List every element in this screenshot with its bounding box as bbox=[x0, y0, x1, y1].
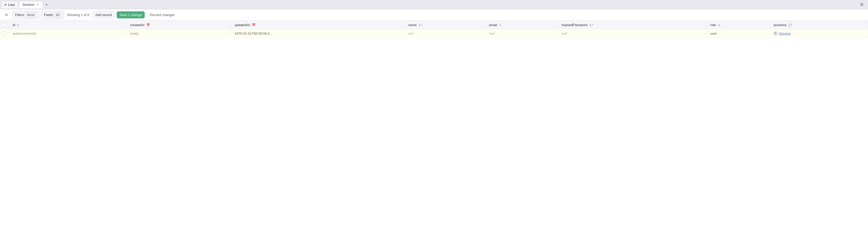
col-sessions-type: []? bbox=[788, 23, 792, 27]
showing-value: 1 of 0 bbox=[81, 13, 90, 17]
session-count: 0 bbox=[773, 31, 778, 35]
save-change-button[interactable]: Save 1 change bbox=[117, 11, 145, 19]
filters-button[interactable]: Filters None bbox=[12, 11, 39, 19]
filters-value: None bbox=[25, 12, 36, 18]
add-record-label: Add record bbox=[95, 13, 112, 17]
col-name-type: A? bbox=[419, 23, 423, 27]
data-table: id # createdAt 📅 updatedAt 📅 name A? ema… bbox=[0, 21, 868, 38]
discard-changes-button[interactable]: Discard changes bbox=[147, 11, 178, 19]
cell-createdat[interactable]: now() bbox=[127, 29, 231, 38]
col-createdat: createdAt 📅 bbox=[127, 21, 231, 29]
col-sessions-label: sessions bbox=[773, 23, 786, 27]
col-createdat-label: createdAt bbox=[130, 23, 145, 27]
showing-label-text: Showing bbox=[67, 13, 80, 17]
col-sessions: sessions []? bbox=[770, 21, 868, 29]
cell-updatedat[interactable]: 1970-01-01T00:00:00.0... bbox=[231, 29, 405, 38]
table-container: id # createdAt 📅 updatedAt 📅 name A? ema… bbox=[0, 21, 868, 238]
cell-hashedpassword[interactable]: null bbox=[558, 29, 707, 38]
filters-label: Filters bbox=[15, 13, 24, 17]
tab-session-label: Session bbox=[22, 3, 34, 6]
toolbar: ↻ Filters None Fields All Showing 1 of 0… bbox=[0, 9, 868, 21]
cell-role[interactable]: user bbox=[707, 29, 770, 38]
discard-changes-label: Discard changes bbox=[150, 13, 175, 17]
cell-hashedpassword-value: null bbox=[562, 32, 567, 35]
col-id-type: # bbox=[17, 23, 19, 27]
col-checkbox bbox=[0, 21, 9, 29]
col-name-label: name bbox=[408, 23, 417, 27]
fields-value: All bbox=[54, 12, 61, 18]
table-header-row: id # createdAt 📅 updatedAt 📅 name A? ema… bbox=[0, 21, 868, 29]
col-role: role A bbox=[707, 21, 770, 29]
cell-createdat-value: now() bbox=[130, 32, 138, 35]
add-record-button[interactable]: Add record bbox=[92, 11, 115, 19]
fields-label: Fields bbox=[44, 13, 53, 17]
tab-session-close[interactable]: ✕ bbox=[36, 3, 40, 6]
refresh-icon: ↻ bbox=[5, 13, 8, 17]
tab-user-label: User bbox=[8, 3, 15, 7]
session-badge: 0 Session bbox=[773, 31, 790, 35]
cell-email-value: null bbox=[489, 32, 494, 35]
cell-name[interactable]: null bbox=[405, 29, 486, 38]
col-role-label: role bbox=[710, 23, 716, 27]
row-checkbox-cell bbox=[0, 29, 9, 38]
settings-icon: ⚙ bbox=[860, 2, 864, 7]
cell-role-value: user bbox=[710, 32, 717, 35]
fields-button[interactable]: Fields All bbox=[41, 11, 64, 19]
col-name: name A? bbox=[405, 21, 486, 29]
refresh-button[interactable]: ↻ bbox=[3, 12, 10, 18]
save-change-label: Save 1 change bbox=[120, 13, 142, 17]
col-email: email A bbox=[486, 21, 558, 29]
tab-session[interactable]: Session ✕ bbox=[19, 1, 43, 8]
col-hashedpassword-type: A? bbox=[589, 23, 593, 27]
col-createdat-type: 📅 bbox=[146, 23, 150, 27]
col-email-label: email bbox=[489, 23, 497, 27]
cell-sessions[interactable]: 0 Session bbox=[770, 29, 868, 38]
session-link[interactable]: Session bbox=[779, 32, 790, 35]
select-all-checkbox[interactable] bbox=[2, 23, 6, 27]
settings-button[interactable]: ⚙ bbox=[858, 1, 866, 9]
tab-bar: User Session ✕ + ⚙ bbox=[0, 0, 868, 9]
col-updatedat: updatedAt 📅 bbox=[231, 21, 405, 29]
table-row[interactable]: autoincrement() now() 1970-01-01T00:00:0… bbox=[0, 29, 868, 38]
col-hashedpassword: hashedPassword A? bbox=[558, 21, 707, 29]
tab-user-dot bbox=[4, 4, 6, 6]
cell-id-value: autoincrement() bbox=[13, 32, 36, 35]
cell-email[interactable]: null bbox=[486, 29, 558, 38]
tab-user[interactable]: User bbox=[1, 1, 19, 8]
showing-text: Showing 1 of 0 bbox=[67, 13, 89, 17]
cell-name-value: null bbox=[408, 32, 413, 35]
col-email-type: A bbox=[499, 23, 501, 27]
tab-add-button[interactable]: + bbox=[43, 2, 50, 8]
col-id-label: id bbox=[13, 23, 15, 27]
cell-id[interactable]: autoincrement() bbox=[9, 29, 127, 38]
col-role-type: A bbox=[718, 23, 720, 27]
cell-updatedat-value: 1970-01-01T00:00:00.0... bbox=[235, 32, 273, 35]
col-updatedat-label: updatedAt bbox=[235, 23, 250, 27]
col-updatedat-type: 📅 bbox=[252, 23, 256, 27]
row-checkbox[interactable] bbox=[2, 31, 6, 35]
col-id: id # bbox=[9, 21, 127, 29]
col-hashedpassword-label: hashedPassword bbox=[562, 23, 587, 27]
